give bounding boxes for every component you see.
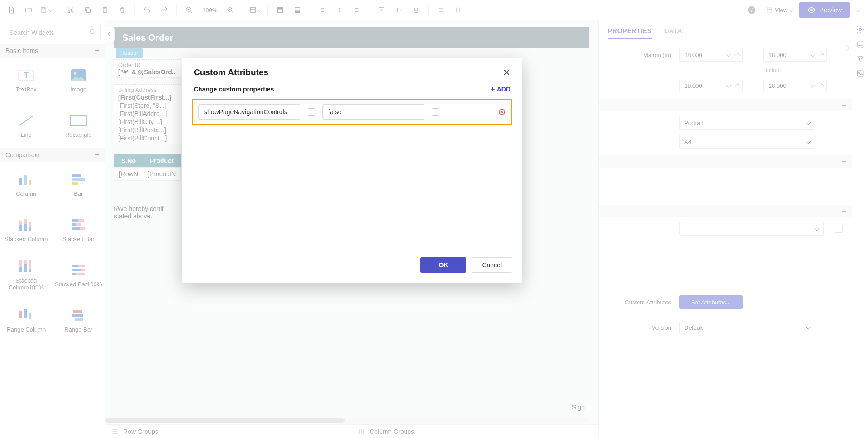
modal-title: Custom Attributes	[194, 67, 268, 77]
cancel-button[interactable]: Cancel	[472, 257, 512, 273]
attribute-row	[192, 99, 512, 125]
plus-icon: +	[491, 85, 495, 93]
add-attribute-button[interactable]: + ADD	[491, 85, 510, 93]
attribute-key-input[interactable]	[198, 104, 300, 120]
custom-attributes-modal: Custom Attributes ✕ Change custom proper…	[182, 58, 522, 283]
value-expression-toggle[interactable]	[432, 108, 439, 116]
key-expression-toggle[interactable]	[308, 108, 315, 116]
ok-button[interactable]: OK	[420, 257, 466, 273]
modal-subtitle: Change custom properties	[194, 86, 274, 93]
attribute-value-input[interactable]	[322, 104, 424, 120]
close-icon[interactable]: ✕	[503, 67, 510, 78]
delete-row-icon[interactable]	[498, 108, 506, 116]
